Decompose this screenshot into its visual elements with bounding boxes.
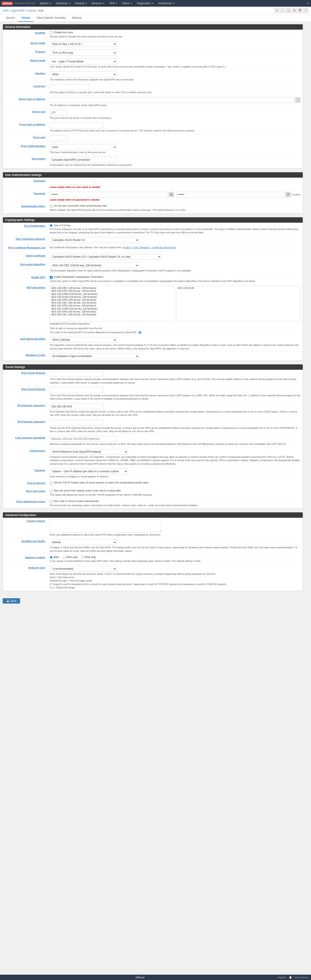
- nav-system[interactable]: System ▼: [37, 0, 54, 7]
- label-auth-digest[interactable]: Auth digest algorithm: [3, 336, 48, 352]
- settings-icon[interactable]: ⚙: [307, 2, 309, 5]
- interface-select[interactable]: WAN LAN localhost: [50, 72, 117, 77]
- label-server-mode[interactable]: Server mode: [3, 40, 48, 48]
- auth-digest-select[interactable]: SHA1 (160-bit) SHA256 (256-bit) SHA512 (…: [50, 337, 117, 343]
- peer-cert-authority-select[interactable]: Canizales ASUS Router CA: [50, 237, 139, 243]
- confirm-password-input[interactable]: [176, 192, 285, 197]
- label-proxy-auth[interactable]: Proxy Authentication: [3, 143, 48, 155]
- tab-client-specific-overrides[interactable]: Client Specific Overrides: [33, 14, 69, 22]
- protocol-select[interactable]: UDP on IPv4 only UDP on IPv6 only UDP on…: [50, 50, 117, 56]
- label-client-cert[interactable]: Client Certificate: [3, 253, 48, 261]
- ncp-info-icon[interactable]: i: [138, 331, 142, 334]
- proxy-auth-select[interactable]: none basic ntlm: [50, 144, 117, 150]
- hardware-crypto-select[interactable]: No Hardware Crypto Acceleration: [50, 353, 139, 359]
- enable-ncp-checkbox[interactable]: [50, 276, 53, 279]
- label-tls-config[interactable]: TLS Configuration: [3, 223, 48, 236]
- ipv4-tunnel-input[interactable]: [50, 371, 103, 377]
- label-ipv6-tunnel[interactable]: IPv6 Tunnel Network: [3, 386, 48, 402]
- label-dont-add-remove[interactable]: Don't add/remove routes: [3, 498, 48, 508]
- gateway-both-label[interactable]: Both: [50, 556, 59, 559]
- breadcrumb-openvpn[interactable]: OpenVPN: [11, 9, 24, 12]
- verbosity-select[interactable]: 0 1 2 3 (recommended) 4 5: [50, 566, 117, 572]
- label-hardware-crypto[interactable]: Hardware Crypto: [3, 352, 48, 360]
- save-button[interactable]: 💾 Save: [3, 598, 20, 603]
- tls-radio[interactable]: [50, 224, 53, 227]
- action-grid[interactable]: ⊞: [292, 8, 297, 13]
- proxy-port-input[interactable]: [50, 135, 68, 141]
- tab-clients[interactable]: Clients: [18, 14, 33, 22]
- action-refresh[interactable]: ↻: [274, 8, 279, 13]
- breadcrumb-clients[interactable]: Clients: [27, 9, 36, 12]
- label-server-port[interactable]: Server port: [3, 108, 48, 121]
- server-port-input[interactable]: [50, 110, 68, 116]
- password-show-btn[interactable]: 👁: [169, 192, 174, 197]
- label-limit-bandwidth[interactable]: Limit outgoing bandwidth: [3, 434, 48, 447]
- nav-diagnostics[interactable]: Diagnostics ▼: [135, 0, 156, 7]
- gateway-ipv6-label[interactable]: IPv6 only: [81, 556, 96, 559]
- server-host-input[interactable]: [50, 97, 294, 103]
- label-protocol[interactable]: Protocol: [3, 49, 48, 57]
- nav-interfaces[interactable]: Interfaces ▼: [54, 0, 73, 7]
- label-local-port[interactable]: Local port: [3, 83, 48, 95]
- ipv6-remote-input[interactable]: [50, 420, 103, 426]
- device-mode-select[interactable]: tun - Layer 3 Tunnel Mode tap - Layer 2 …: [50, 59, 117, 64]
- ipv4-remote-input[interactable]: [50, 404, 103, 409]
- username-input[interactable]: [50, 179, 94, 185]
- proxy-host-input[interactable]: [50, 123, 103, 128]
- label-ipv4-tunnel[interactable]: IPv4 Tunnel Network: [3, 370, 48, 386]
- label-ipv6-remote[interactable]: IPv6 Remote network(s): [3, 418, 48, 434]
- label-device-mode[interactable]: Device mode: [3, 57, 48, 70]
- password-input[interactable]: [50, 192, 168, 197]
- custom-options-textarea[interactable]: [50, 519, 161, 533]
- label-username[interactable]: Username: [3, 178, 48, 190]
- tos-checkbox[interactable]: [50, 482, 53, 485]
- disabled-checkbox[interactable]: [50, 32, 53, 34]
- action-copy[interactable]: 📋: [286, 8, 291, 13]
- dont-add-remove-checkbox[interactable]: [50, 500, 53, 503]
- label-gateway-creation[interactable]: Gateway creation: [3, 554, 48, 564]
- confirm-password-show-btn[interactable]: 👁: [285, 192, 291, 197]
- label-topology[interactable]: Topology: [3, 467, 48, 480]
- gateway-ipv4-label[interactable]: IPv4 only: [63, 556, 77, 559]
- action-download[interactable]: ↓: [280, 8, 285, 13]
- label-peer-cert-authority[interactable]: Peer Certificate Authority: [3, 236, 48, 244]
- ncp-allowed-select[interactable]: AES-128-GCM: [176, 286, 300, 321]
- gateway-ipv4-radio[interactable]: [63, 556, 65, 559]
- tab-wizards[interactable]: Wizards: [69, 14, 85, 22]
- label-description[interactable]: Description: [3, 156, 48, 168]
- label-dont-pull-routes[interactable]: Don't pull routes: [3, 488, 48, 498]
- ncp-available-select[interactable]: AES-128-CBC (128 bit key, 128 bit block)…: [50, 286, 174, 321]
- label-auth-retry[interactable]: Authentication Retry: [3, 203, 48, 213]
- label-proxy-host[interactable]: Proxy host or address: [3, 121, 48, 134]
- label-server-host[interactable]: Server host or address: [3, 96, 48, 108]
- action-help[interactable]: ?: [303, 8, 308, 13]
- topology-select[interactable]: Subnet – One IP address per client in a …: [50, 468, 128, 474]
- gateway-ipv6-radio[interactable]: [81, 556, 84, 559]
- server-mode-select[interactable]: Peer to Peer ( SSL/TLS ) Peer to Peer ( …: [50, 41, 117, 47]
- action-calendar[interactable]: 📅: [298, 8, 303, 13]
- label-interface[interactable]: Interface: [3, 70, 48, 83]
- label-tos[interactable]: Type-of-Service: [3, 480, 48, 488]
- nav-vpn[interactable]: VPN ▼: [107, 0, 120, 7]
- limit-bandwidth-input[interactable]: [50, 436, 117, 442]
- server-host-icon-btn[interactable]: 📋: [295, 97, 300, 103]
- nav-mrtpsense[interactable]: mrtp/Sense ▼: [156, 0, 177, 7]
- tab-servers[interactable]: Servers: [3, 14, 18, 22]
- local-port-input[interactable]: [50, 84, 90, 90]
- label-enable-ncp[interactable]: Enable NCP: [3, 274, 48, 284]
- label-encryption-algo[interactable]: Encryption Algorithm: [3, 261, 48, 274]
- label-compression[interactable]: Compression: [3, 447, 48, 467]
- peer-crl-link[interactable]: System > Cert. Manager > Certificate Rev…: [123, 246, 176, 249]
- gateway-both-radio[interactable]: [50, 556, 53, 559]
- label-ncp-algorithms[interactable]: NCP Algorithms: [3, 285, 48, 336]
- label-verbosity[interactable]: Verbosity level: [3, 565, 48, 591]
- encryption-algo-select[interactable]: AES-128-CBC (128 bit key, 128 bit block)…: [50, 262, 139, 268]
- send-receive-buffer-select[interactable]: Default 512 KiB 1 MiB 2 MiB 4 MiB: [50, 539, 117, 545]
- description-input[interactable]: [50, 157, 117, 163]
- ipv6-tunnel-input[interactable]: [50, 387, 103, 393]
- nav-firewall[interactable]: Firewall ▼: [73, 0, 89, 7]
- label-disabled[interactable]: Disabled: [3, 30, 48, 40]
- label-send-receive-buffer[interactable]: Send/Receive Buffer: [3, 538, 48, 554]
- label-peer-crl[interactable]: Peer Certificate Revocation List: [3, 245, 48, 252]
- breadcrumb-vpn[interactable]: VPN: [3, 9, 9, 12]
